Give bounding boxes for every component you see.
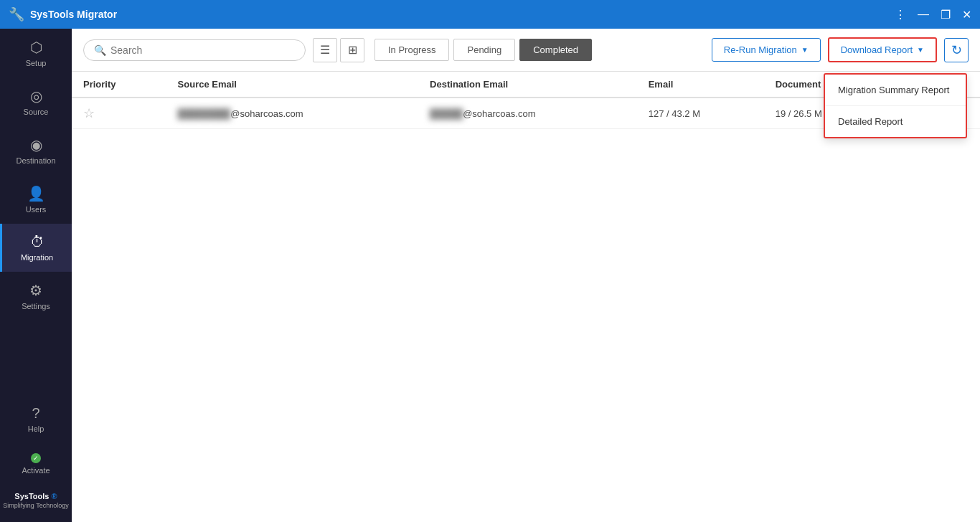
sidebar-label-users: Users (26, 205, 47, 214)
source-email-prefix: ████████ (178, 108, 231, 119)
sidebar-label-setup: Setup (26, 59, 47, 67)
migration-icon: ⏱ (30, 234, 44, 250)
toolbar: 🔍 ☰ ⊞ In Progress Pending Completed Re-R… (72, 29, 980, 72)
download-report-dropdown: Migration Summary Report Detailed Report (824, 73, 967, 138)
main-content: 🔍 ☰ ⊞ In Progress Pending Completed Re-R… (72, 29, 980, 522)
cell-priority[interactable]: ☆ (72, 98, 166, 129)
sidebar-item-setup[interactable]: ⬡ Setup (0, 29, 72, 77)
filter-buttons: In Progress Pending Completed (374, 39, 592, 61)
sidebar-label-source: Source (24, 108, 49, 116)
search-box[interactable]: 🔍 (83, 39, 306, 61)
completed-filter[interactable]: Completed (519, 39, 592, 61)
sidebar-logo: SysTools ® Simplifying Technology (3, 485, 68, 516)
sidebar-label-destination: Destination (16, 156, 55, 165)
close-icon[interactable]: ✕ (962, 8, 971, 22)
title-bar: 🔧 SysTools Migrator ⋮ — ❐ ✕ (0, 0, 980, 29)
col-priority: Priority (72, 72, 166, 98)
settings-icon: ⚙ (29, 282, 42, 299)
logo-subtext: Simplifying Technology (3, 502, 68, 509)
setup-icon: ⬡ (30, 39, 42, 56)
sidebar-item-users[interactable]: 👤 Users (0, 175, 72, 224)
app-title: SysTools Migrator (30, 9, 117, 20)
rerun-label: Re-Run Migration (724, 44, 797, 55)
sidebar-item-settings[interactable]: ⚙ Settings (0, 272, 72, 321)
detailed-report-item[interactable]: Detailed Report (825, 106, 966, 137)
destination-icon: ◉ (30, 136, 42, 153)
table-area: Priority Source Email Destination Email … (72, 72, 980, 522)
activate-icon: ✓ (31, 453, 41, 463)
source-email-domain: @soharcoas.com (230, 108, 303, 119)
cell-source-email: ████████@soharcoas.com (166, 98, 419, 129)
sidebar-label-migration: Migration (21, 253, 53, 262)
users-icon: 👤 (27, 185, 45, 202)
download-report-button[interactable]: Download Report ▼ (828, 37, 937, 62)
download-chevron-icon: ▼ (917, 46, 924, 54)
col-email: Email (637, 72, 764, 98)
in-progress-filter[interactable]: In Progress (374, 39, 449, 61)
window-controls[interactable]: ⋮ — ❐ ✕ (895, 8, 971, 22)
logo-text: SysTools (14, 492, 49, 500)
list-icon: ☰ (320, 43, 330, 57)
maximize-icon[interactable]: ❐ (941, 8, 951, 22)
sidebar-item-source[interactable]: ◎ Source (0, 77, 72, 126)
col-destination-email: Destination Email (418, 72, 637, 98)
minimize-icon[interactable]: — (918, 8, 929, 21)
refresh-icon: ↻ (951, 42, 962, 58)
cell-dest-email: █████@soharcoas.com (418, 98, 637, 129)
col-source-email: Source Email (166, 72, 419, 98)
view-toggle: ☰ ⊞ (313, 38, 364, 62)
help-icon: ? (32, 405, 39, 422)
search-icon: 🔍 (94, 44, 106, 56)
sidebar-item-migration[interactable]: ⏱ Migration (0, 224, 72, 272)
rerun-chevron-icon: ▼ (801, 46, 809, 54)
more-icon[interactable]: ⋮ (895, 8, 906, 22)
sidebar-label-settings: Settings (22, 302, 50, 310)
pending-filter[interactable]: Pending (453, 39, 515, 61)
star-icon[interactable]: ☆ (83, 106, 95, 120)
migration-summary-report-item[interactable]: Migration Summary Report (825, 75, 966, 106)
rerun-migration-button[interactable]: Re-Run Migration ▼ (712, 38, 821, 62)
refresh-button[interactable]: ↻ (944, 38, 969, 62)
dest-email-prefix: █████ (430, 108, 463, 119)
list-view-button[interactable]: ☰ (313, 38, 337, 62)
app-icon: 🔧 (9, 6, 24, 22)
source-icon: ◎ (30, 87, 42, 105)
sidebar: ⬡ Setup ◎ Source ◉ Destination 👤 Users ⏱… (0, 29, 72, 522)
grid-view-button[interactable]: ⊞ (340, 38, 364, 62)
download-label: Download Report (841, 44, 913, 55)
sidebar-item-help[interactable]: ? Help (0, 395, 72, 443)
sidebar-item-destination[interactable]: ◉ Destination (0, 126, 72, 175)
sidebar-label-activate: Activate (22, 466, 50, 475)
sidebar-item-activate[interactable]: ✓ Activate (0, 443, 72, 485)
dest-email-domain: @soharcoas.com (463, 108, 535, 119)
cell-email-count: 127 / 43.2 M (637, 98, 764, 129)
sidebar-label-help: Help (28, 424, 44, 433)
grid-icon: ⊞ (348, 43, 357, 57)
search-input[interactable] (110, 44, 295, 56)
